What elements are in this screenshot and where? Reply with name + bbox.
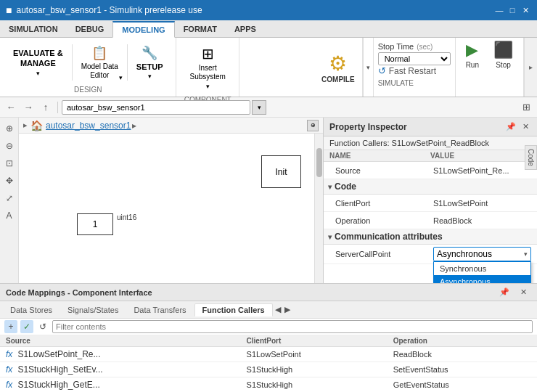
menu-modeling[interactable]: MODELING [112,21,174,38]
canvas-path-link[interactable]: autosar_bsw_sensor1 [46,121,131,131]
simulation-mode-select[interactable]: Normal [378,52,451,65]
operation-row: Operation ReadBlock [324,212,537,229]
tab-data-transfers[interactable]: Data Transfers [126,304,193,316]
fast-restart-icon: ↺ [378,65,386,76]
menu-apps[interactable]: APPS [226,20,265,37]
tab-scroll-right[interactable]: ▶ [283,303,292,316]
insert-subsystem-button[interactable]: ⊞ InsertSubsystem ▾ [182,41,232,94]
code-tab-button[interactable]: Code [525,145,537,170]
table-row[interactable]: fx S1LowSetPoint_Re... S1LowSetPoint Rea… [0,347,537,362]
compile-dropdown-button[interactable]: ▾ [363,38,373,97]
canvas-expand-button[interactable]: ⊕ [307,120,319,131]
simulate-row1: Stop Time (sec) [378,41,451,52]
init-block[interactable]: Init [261,155,301,188]
check-button[interactable]: ✓ [20,320,33,333]
menubar: SIMULATION DEBUG MODELING FORMAT APPS [0,20,537,38]
bottom-panel-pin-button[interactable]: 📌 [496,285,512,301]
titlebar-left: ■ autosar_bsw_sensor1 - Simulink prerele… [6,4,202,16]
stop-time-hint: (sec) [417,43,433,51]
tab-function-callers[interactable]: Function Callers [194,303,273,317]
tab-scroll-left[interactable]: ◀ [274,303,282,316]
bottom-panel-close-button[interactable]: ✕ [515,285,531,301]
server-call-point-dropdown[interactable]: Asynchronous ▾ [433,247,531,261]
app-icon: ■ [6,4,12,16]
tab-data-stores[interactable]: Data Stores [3,304,60,316]
property-inspector-panel: Property Inspector 📌 ✕ Function Callers:… [323,118,537,283]
maximize-button[interactable]: □ [507,4,518,16]
minimize-button[interactable]: — [493,4,505,16]
titlebar-controls[interactable]: — □ ✕ [493,4,531,16]
add-row-button[interactable]: + [4,320,17,333]
zoom-out-icon[interactable]: ⊖ [1,138,17,154]
bottom-panel-title: Code Mappings - Component Interface [6,288,152,297]
compile-button[interactable]: ⚙ COMPILE [314,38,363,97]
close-button[interactable]: ✕ [520,4,531,16]
code-section-header[interactable]: ▾ Code [324,179,537,195]
const-block[interactable]: 1 [77,213,113,235]
breadcrumb-input[interactable] [62,100,250,115]
grid-view-button[interactable]: ⊞ [518,99,534,115]
col-value-header: VALUE [430,152,531,160]
model-data-editor-button[interactable]: 📋 Model DataEditor ▾ [74,41,126,84]
ribbon-group-component: ⊞ InsertSubsystem ▾ COMPONENT [176,38,239,97]
back-button[interactable]: ← [3,99,19,115]
breadcrumb-expand-button[interactable]: ▾ [252,100,266,115]
dropdown-option-synchronous[interactable]: Synchronous [434,262,530,275]
chevron-down-icon4: ▾ [206,83,210,90]
panel-pin-button[interactable]: 📌 [505,121,517,133]
fast-restart-label: Fast Restart [389,66,436,76]
server-call-point-row: ServerCallPoint Asynchronous ▾ Synchrono… [324,245,537,264]
up-button[interactable]: ↑ [38,99,54,115]
evaluate-manage-button[interactable]: EVALUATE &MANAGE ▾ [6,44,70,82]
row1-operation: ReadBlock [388,347,537,362]
setup-button[interactable]: 🔧 SETUP ▾ [129,41,171,84]
table-row[interactable]: fx S1StuckHigh_SetEv... S1StuckHigh SetE… [0,362,537,377]
text-icon[interactable]: A [1,208,17,224]
row3-clientport: S1StuckHigh [241,377,388,393]
fit-view-icon[interactable]: ⊡ [1,155,17,171]
stop-button[interactable]: ⬛ Stop [488,38,519,72]
code-section-arrow: ▾ [328,183,332,191]
panel-close-button[interactable]: ✕ [520,121,531,133]
ribbon-right-collapse[interactable]: ▸ [524,38,537,97]
evaluate-manage-label: EVALUATE &MANAGE [13,48,63,69]
run-button[interactable]: ▶ Run [460,38,485,72]
canvas-area: ▸ 🏠 autosar_bsw_sensor1 ▸ ⊕ Init 1 [19,118,323,283]
canvas-home-icon[interactable]: 🏠 [30,120,43,131]
menu-format[interactable]: FORMAT [175,20,226,37]
canvas-scrollbar-v[interactable] [314,134,323,283]
compile-label: COMPILE [321,75,355,83]
canvas-path-arrow: ▸ [132,121,136,131]
filter-input[interactable] [52,320,533,333]
uint16-label: uint16 [117,213,136,221]
tab-signals-states[interactable]: Signals/States [60,304,126,316]
col-operation-header: Operation [388,335,537,347]
fast-restart-row[interactable]: ↺ Fast Restart [378,65,451,76]
comm-section-header[interactable]: ▾ Communication attributes [324,229,537,245]
code-section-label: Code [335,181,356,192]
canvas-content[interactable]: Init 1 uint16 [19,134,323,283]
forward-button[interactable]: → [20,99,36,115]
menu-debug[interactable]: DEBUG [67,20,113,37]
menu-simulation[interactable]: SIMULATION [0,20,67,37]
table-row[interactable]: fx S1StuckHigh_GetE... S1StuckHigh GetEv… [0,377,537,393]
bottom-panel: Code Mappings - Component Interface 📌 ✕ … [0,283,537,392]
panel-subtitle: Function Callers: S1LowSetPoint_ReadBloc… [324,136,537,150]
run-stop-group: ▶ Run ⬛ Stop [456,38,524,97]
zoom-in-icon[interactable]: ⊕ [1,121,17,136]
scrollbar-thumb-v [316,148,322,177]
stop-time-label: Stop Time [378,42,414,51]
row2-source: fx S1StuckHigh_SetEv... [0,362,241,377]
ribbon-row-design: EVALUATE &MANAGE ▾ 📋 Model DataEditor ▾ … [6,41,170,84]
dropdown-option-asynchronous[interactable]: Asynchronous [434,275,530,283]
refresh-button[interactable]: ↺ [36,320,49,333]
operation-value: ReadBlock [433,216,531,225]
insert-subsystem-icon: ⊞ [202,45,214,62]
data-table-container: Source ClientPort Operation fx S1LowSetP… [0,335,537,392]
dropdown-current-value: Asynchronous [437,249,492,259]
pan-icon[interactable]: ✥ [1,173,17,189]
stop-icon: ⬛ [493,41,513,60]
row3-source: fx S1StuckHigh_GetE... [0,377,241,393]
select-icon[interactable]: ⤢ [1,190,17,206]
fx-icon3: fx [6,380,12,390]
